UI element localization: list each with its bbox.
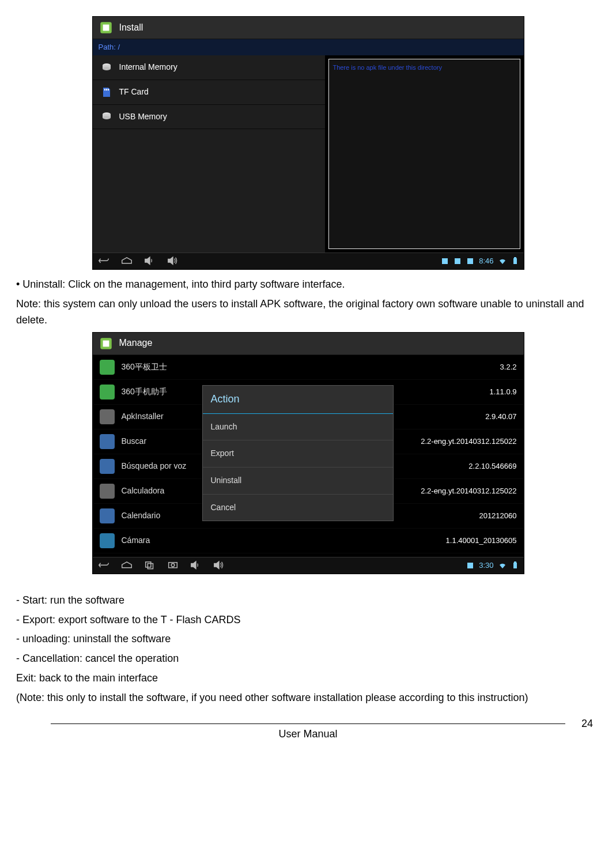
screen-title: Manage <box>119 336 153 351</box>
footer-label: User Manual <box>46 726 570 743</box>
app-icon <box>100 360 115 375</box>
storage-item-internal[interactable]: Internal Memory <box>93 55 326 80</box>
note-paragraph: (Note: this only to install the software… <box>16 690 600 706</box>
app-version: 2.2-eng.yt.20140312.125022 <box>421 485 516 497</box>
list-cancel: - Cancellation: cancel the operation <box>16 651 600 667</box>
volume-down-icon[interactable] <box>143 256 156 266</box>
paragraph-note: Note: this system can only unload the us… <box>16 296 600 329</box>
app-version: 201212060 <box>479 510 516 522</box>
storage-label: TF Card <box>119 86 149 99</box>
list-unloading: - unloading: uninstall the software <box>16 631 600 647</box>
storage-item-usb[interactable]: USB Memory <box>93 105 326 130</box>
list-export: - Export: export software to the T - Fla… <box>16 612 600 628</box>
empty-hint: There is no apk file under this director… <box>332 64 442 71</box>
sd-card-icon <box>101 86 112 98</box>
wifi-icon <box>498 561 507 570</box>
app-name: Buscar <box>122 435 147 448</box>
app-name: 360平板卫士 <box>122 361 167 374</box>
home-icon[interactable] <box>120 256 133 266</box>
svg-rect-1 <box>103 25 109 31</box>
manage-screenshot: Manage 360平板卫士3.2.2 360手机助手1.11.0.9 ApkI… <box>92 332 524 574</box>
svg-rect-5 <box>104 89 105 91</box>
app-name: Calculadora <box>122 485 165 498</box>
app-icon <box>100 484 115 499</box>
android-package-icon <box>99 336 114 351</box>
app-row[interactable]: Cámara1.1.40001_20130605 <box>93 529 524 553</box>
sdcard-status-icon <box>441 257 449 265</box>
page-number: 24 <box>570 716 593 732</box>
dialog-option-export[interactable]: Export <box>203 440 393 468</box>
dialog-option-launch[interactable]: Launch <box>203 414 393 441</box>
app-icon <box>100 385 115 400</box>
page-footer: User Manual 24 <box>16 726 600 743</box>
volume-down-icon[interactable] <box>190 560 202 571</box>
paragraph-uninstall: • Uninstall: Click on the management, in… <box>16 277 600 293</box>
battery-icon <box>511 257 519 265</box>
app-version: 2.9.40.07 <box>485 411 516 423</box>
screenshot-icon[interactable] <box>167 560 179 571</box>
app-row[interactable]: 360平板卫士3.2.2 <box>93 355 524 380</box>
system-navbar: 8:46 <box>93 253 524 269</box>
sdcard-status-icon <box>466 561 474 570</box>
svg-rect-22 <box>467 563 473 568</box>
svg-rect-23 <box>513 563 517 568</box>
svg-point-21 <box>171 563 175 567</box>
battery-icon <box>511 561 519 570</box>
volume-up-icon[interactable] <box>167 256 179 266</box>
directory-pane: There is no apk file under this director… <box>328 59 520 249</box>
svg-point-4 <box>103 67 111 70</box>
app-icon <box>100 459 115 474</box>
list-exit: Exit: back to the main interface <box>16 670 600 687</box>
svg-rect-13 <box>467 258 473 264</box>
dialog-option-cancel[interactable]: Cancel <box>203 495 393 521</box>
home-icon[interactable] <box>120 560 133 571</box>
svg-point-10 <box>103 116 111 119</box>
storage-label: Internal Memory <box>119 61 177 74</box>
download-status-icon <box>466 257 474 265</box>
storage-list: Internal Memory TF Card USB Memory <box>93 55 326 253</box>
app-name: Búsqueda por voz <box>122 460 187 473</box>
svg-rect-17 <box>103 340 109 346</box>
app-version: 2.2.10.546669 <box>468 461 516 472</box>
dialog-option-uninstall[interactable]: Uninstall <box>203 468 393 495</box>
svg-rect-12 <box>455 258 460 264</box>
titlebar: Install <box>93 17 524 39</box>
app-version: 1.11.0.9 <box>490 386 517 398</box>
recents-icon[interactable] <box>143 560 156 571</box>
svg-rect-24 <box>514 561 516 563</box>
action-dialog: Action Launch Export Uninstall Cancel <box>202 385 394 522</box>
disk-icon <box>101 111 112 122</box>
usb-status-icon <box>454 257 462 265</box>
app-name: Cámara <box>122 534 150 547</box>
app-version: 2.2-eng.yt.20140312.125022 <box>421 436 516 447</box>
svg-rect-7 <box>108 89 109 91</box>
status-time: 3:30 <box>479 560 493 571</box>
app-icon <box>100 533 115 548</box>
svg-rect-19 <box>148 563 153 568</box>
back-icon[interactable] <box>97 560 110 571</box>
footer-rule <box>51 723 565 724</box>
storage-item-tf[interactable]: TF Card <box>93 80 326 105</box>
svg-rect-18 <box>145 561 150 567</box>
titlebar: Manage <box>93 333 524 355</box>
svg-rect-14 <box>513 258 517 264</box>
svg-rect-15 <box>514 257 516 258</box>
disk-icon <box>101 62 112 73</box>
app-name: 360手机助手 <box>122 386 167 398</box>
app-name: Calendario <box>122 510 161 522</box>
screen-title: Install <box>119 21 143 35</box>
svg-rect-11 <box>442 258 448 264</box>
app-icon <box>100 434 115 449</box>
system-navbar: 3:30 <box>93 557 524 574</box>
path-bar[interactable]: Path: / <box>93 39 524 55</box>
app-name: ApkInstaller <box>122 410 164 423</box>
app-version: 1.1.40001_20130605 <box>446 535 517 547</box>
storage-label: USB Memory <box>119 111 167 123</box>
back-icon[interactable] <box>97 256 110 266</box>
install-screenshot: Install Path: / Internal Memory TF Card … <box>92 16 524 270</box>
dialog-title: Action <box>203 386 393 414</box>
app-icon <box>100 409 115 424</box>
android-package-icon <box>99 20 114 35</box>
status-time: 8:46 <box>479 255 493 267</box>
volume-up-icon[interactable] <box>213 560 225 571</box>
